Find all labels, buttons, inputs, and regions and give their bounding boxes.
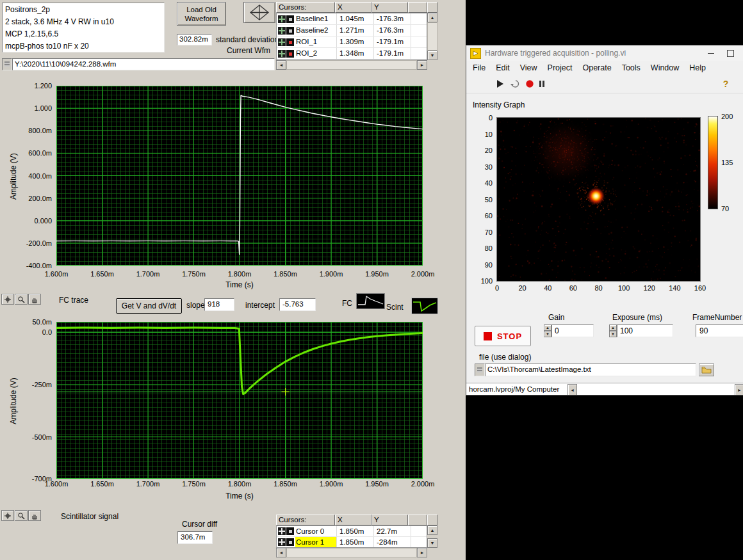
close-button[interactable]: × <box>740 45 743 61</box>
cursor-style-icon[interactable] <box>286 27 294 35</box>
menu-view[interactable]: View <box>515 61 543 75</box>
pan-tool-icon[interactable] <box>28 294 41 305</box>
waveform-viewer-panel: Positrons_2p 2 stack, 3.6 MHz 4 V RW in … <box>0 0 466 560</box>
file-path-icon[interactable] <box>475 364 485 376</box>
x-header[interactable]: X <box>335 2 372 13</box>
frame-number-label: FrameNumber <box>692 313 742 322</box>
project-context-tab[interactable]: horcam.lvproj/My Computer <box>469 385 559 393</box>
menu-operate[interactable]: Operate <box>577 61 616 75</box>
cursors-header[interactable]: Cursors: <box>276 515 335 525</box>
scroll-up-button[interactable]: ▲ <box>427 13 437 22</box>
horizontal-scrollbar[interactable] <box>286 548 417 557</box>
cursor-style-icon[interactable] <box>286 527 294 535</box>
cursor-y-value: -179.1m <box>374 36 411 47</box>
decrement-icon[interactable]: ▼ <box>544 331 551 337</box>
menu-file[interactable]: File <box>468 61 491 75</box>
wfm-path-icon[interactable] <box>2 58 12 70</box>
cursor-tool-icon[interactable] <box>1 294 14 305</box>
abort-button[interactable] <box>525 79 537 89</box>
cursor-style-icon[interactable] <box>286 50 294 58</box>
scint-waveform-graph[interactable] <box>56 322 423 479</box>
scroll-down-button[interactable]: ▼ <box>427 538 437 548</box>
browse-button[interactable] <box>699 364 714 376</box>
cursor-crosshair-icon[interactable] <box>278 38 286 46</box>
cursor-row[interactable]: Baseline1 1.045m -176.3m <box>277 13 427 25</box>
cursor-x-value: 1.309m <box>337 36 374 47</box>
cursor-row[interactable]: Cursor 0 1.850m 22.7m <box>277 526 427 537</box>
diamond-button[interactable] <box>243 2 275 23</box>
slope-value[interactable]: 918 <box>204 298 234 311</box>
zoom-tool-icon[interactable] <box>15 294 28 305</box>
menu-window[interactable]: Window <box>646 61 684 75</box>
menu-edit[interactable]: Edit <box>491 61 515 75</box>
cursor-crosshair-icon[interactable] <box>278 538 286 546</box>
cursor-crosshair-icon[interactable] <box>278 50 286 58</box>
exposure-stepper[interactable]: ▲ ▼ <box>609 324 617 337</box>
cursor-row[interactable]: ROI_1 1.309m -179.1m <box>277 36 427 48</box>
cursor-crosshair-icon[interactable] <box>278 527 286 535</box>
intercept-text: -5.763 <box>282 300 304 308</box>
color-scale[interactable] <box>708 116 718 209</box>
menu-tools[interactable]: Tools <box>617 61 646 75</box>
wfm-path-field[interactable]: Y:\2020\11\10\094242.288.wfm <box>12 58 275 70</box>
cursor-crosshair-icon[interactable] <box>278 15 286 23</box>
cursors-header[interactable]: Cursors: <box>276 2 335 13</box>
menu-project[interactable]: Project <box>543 61 578 75</box>
exposure-input[interactable]: 100 <box>617 324 673 337</box>
scint-legend-icon[interactable] <box>411 298 438 314</box>
y-header[interactable]: Y <box>372 2 408 13</box>
scroll-right-button[interactable]: ► <box>417 60 427 70</box>
help-icon: ? <box>723 79 729 89</box>
cursor-row[interactable]: Cursor 1 1.850m -284m <box>277 537 427 548</box>
cursor-diff-text: 306.7m <box>181 533 205 541</box>
load-old-waveform-button[interactable]: Load Old Waveform <box>177 2 226 26</box>
decrement-icon[interactable]: ▼ <box>609 331 617 337</box>
horizontal-scrollbar[interactable] <box>286 60 417 70</box>
file-path-field[interactable]: C:\VIs\Thorcam\LatestImage.txt <box>485 364 696 376</box>
scroll-right-button[interactable]: ► <box>417 548 427 557</box>
run-continuous-button[interactable] <box>510 79 523 89</box>
vertical-scrollbar[interactable] <box>427 22 437 51</box>
gain-stepper[interactable]: ▲ ▼ <box>544 324 551 337</box>
run-button[interactable] <box>496 79 507 89</box>
cursor-row[interactable]: Baseline2 1.271m -176.3m <box>277 25 427 36</box>
scroll-down-button[interactable]: ▼ <box>427 51 437 60</box>
increment-icon[interactable]: ▲ <box>609 324 617 331</box>
cursor-crosshair-icon[interactable] <box>278 27 286 35</box>
context-help-button[interactable]: ? <box>720 77 731 90</box>
cursor-row[interactable]: ROI_2 1.348m -179.1m <box>277 48 427 60</box>
scroll-left-button[interactable]: ◄ <box>276 60 286 70</box>
cursor-style-icon[interactable] <box>286 538 294 546</box>
y-header[interactable]: Y <box>372 515 408 525</box>
scroll-left-button[interactable]: ◄ <box>567 384 577 396</box>
increment-icon[interactable]: ▲ <box>544 324 551 331</box>
cursor-diff-value[interactable]: 306.7m <box>177 531 213 544</box>
pan-tool-icon[interactable] <box>28 510 41 521</box>
cursor-style-icon[interactable] <box>286 15 294 23</box>
scroll-up-button[interactable]: ▲ <box>427 525 437 535</box>
cursor-style-icon[interactable] <box>286 38 294 46</box>
intensity-y-ticks: 0102030405060708090100 <box>473 118 494 281</box>
zoom-tool-icon[interactable] <box>15 510 28 521</box>
scroll-right-button[interactable]: ► <box>735 384 743 396</box>
fc-legend-icon[interactable] <box>356 293 385 309</box>
title-bar[interactable]: Hardware triggered acquisition - polling… <box>466 45 743 61</box>
gain-input[interactable]: 0 <box>551 324 594 337</box>
pause-button[interactable] <box>538 79 548 89</box>
intercept-value[interactable]: -5.763 <box>279 298 316 311</box>
x-header[interactable]: X <box>335 515 372 525</box>
cursor-tool-icon[interactable] <box>1 510 14 521</box>
maximize-button[interactable] <box>721 45 739 61</box>
notes-box[interactable]: Positrons_2p 2 stack, 3.6 MHz 4 V RW in … <box>2 3 165 52</box>
get-v-button[interactable]: Get V and dV/dt <box>116 298 182 314</box>
stop-button[interactable]: STOP <box>475 326 531 346</box>
minimize-button[interactable] <box>702 45 720 61</box>
fc-waveform-graph[interactable] <box>56 86 423 266</box>
menu-help[interactable]: Help <box>684 61 711 75</box>
intensity-plot[interactable] <box>497 118 700 281</box>
scintillator-signal-label: Scintillator signal <box>61 512 118 521</box>
cursor-x-value: 1.850m <box>337 526 374 536</box>
intercept-label: intercept <box>245 301 275 310</box>
scroll-left-button[interactable]: ◄ <box>276 548 286 557</box>
std-dev-value[interactable]: 302.82m <box>177 34 212 45</box>
